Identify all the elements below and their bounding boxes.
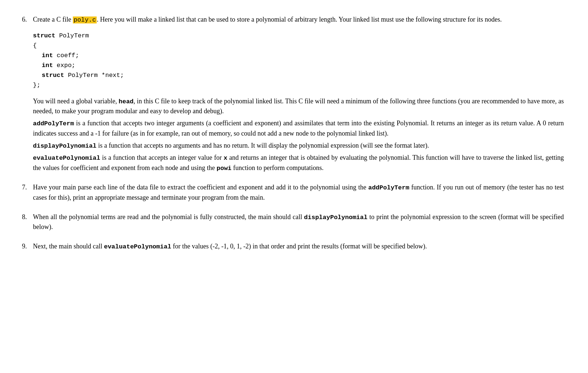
item-6-intro: Create a C file poly.c. Here you will ma… [33, 15, 564, 25]
item-6-evaluatepolynomial: evaluatePolynomial is a function that ac… [33, 153, 564, 173]
item-9-text: Next, the main should call evaluatePolyn… [33, 241, 564, 252]
item-8-body: When all the polynomial terms are read a… [33, 212, 564, 234]
item-8-number: 8. [22, 212, 33, 222]
item-6-global-var: You will need a global variable, head, i… [33, 96, 564, 117]
code-line-2: { [33, 41, 564, 51]
item-8-text: When all the polynomial terms are read a… [33, 212, 564, 232]
item-6-header: 6. Create a C file poly.c. Here you will… [22, 15, 564, 175]
item-7: 7. Have your main parse each line of the… [22, 182, 564, 205]
code-line-1: struct PolyTerm [33, 31, 564, 41]
item-8: 8. When all the polynomial terms are rea… [22, 212, 564, 234]
item-8-header: 8. When all the polynomial terms are rea… [22, 212, 564, 234]
item-6-addpolyterm: addPolyTerm is a function that accepts t… [33, 118, 564, 139]
item-7-text: Have your main parse each line of the da… [33, 182, 564, 203]
item-9-number: 9. [22, 241, 33, 251]
code-line-6: }; [33, 80, 564, 90]
item-7-body: Have your main parse each line of the da… [33, 182, 564, 205]
code-line-3: int coeff; [33, 51, 564, 60]
main-content: 6. Create a C file poly.c. Here you will… [22, 15, 564, 254]
item-6: 6. Create a C file poly.c. Here you will… [22, 15, 564, 175]
code-line-5: struct PolyTerm *next; [33, 70, 564, 80]
code-line-4: int expo; [33, 60, 564, 70]
struct-code-block: struct PolyTerm { int coeff; int expo; s… [33, 31, 564, 91]
item-6-body: Create a C file poly.c. Here you will ma… [33, 15, 564, 175]
item-7-header: 7. Have your main parse each line of the… [22, 182, 564, 205]
item-6-displaypolynomial: displayPolynomial is a function that acc… [33, 141, 564, 151]
poly-c-filename: poly.c [73, 16, 97, 23]
item-9-header: 9. Next, the main should call evaluatePo… [22, 241, 564, 254]
item-6-number: 6. [22, 15, 33, 25]
item-7-number: 7. [22, 182, 33, 192]
item-9: 9. Next, the main should call evaluatePo… [22, 241, 564, 254]
item-9-body: Next, the main should call evaluatePolyn… [33, 241, 564, 254]
